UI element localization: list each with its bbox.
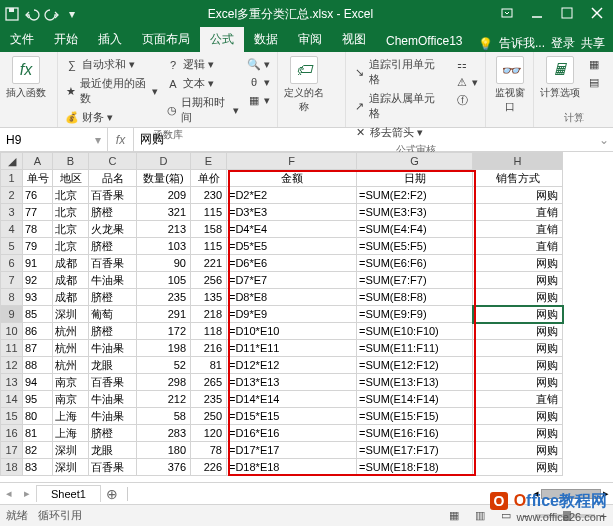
cell-E7[interactable]: 256 [191,272,227,289]
cell-E18[interactable]: 226 [191,459,227,476]
formula-expand-icon[interactable]: ⌄ [595,128,613,151]
view-layout-icon[interactable]: ▥ [470,508,490,524]
cell-H3[interactable]: 直销 [473,204,563,221]
cell-A9[interactable]: 85 [23,306,53,323]
cell-D18[interactable]: 376 [137,459,191,476]
cell-B17[interactable]: 深圳 [53,442,89,459]
cell-H15[interactable]: 网购 [473,408,563,425]
cell-H14[interactable]: 直销 [473,391,563,408]
header-cell-B[interactable]: 地区 [53,170,89,187]
cell-F6[interactable]: =D6*E6 [227,255,357,272]
zoom-slider[interactable] [535,514,595,518]
show-formulas-button[interactable]: ⚏ [452,56,481,72]
recent-functions-button[interactable]: ★最近使用的函数▾ [62,75,161,107]
col-header-E[interactable]: E [191,153,227,170]
cell-D3[interactable]: 321 [137,204,191,221]
cell-G16[interactable]: =SUM(E16:F16) [357,425,473,442]
cell-E4[interactable]: 158 [191,221,227,238]
more-fn-button[interactable]: ▦▾ [244,92,273,108]
cell-A15[interactable]: 80 [23,408,53,425]
cell-G9[interactable]: =SUM(E9:F9) [357,306,473,323]
tab-review[interactable]: 审阅 [288,27,332,52]
cell-C18[interactable]: 百香果 [89,459,137,476]
cell-E14[interactable]: 235 [191,391,227,408]
row-header-13[interactable]: 13 [1,374,23,391]
col-header-B[interactable]: B [53,153,89,170]
row-header-7[interactable]: 7 [1,272,23,289]
cell-H2[interactable]: 网购 [473,187,563,204]
header-cell-H[interactable]: 销售方式 [473,170,563,187]
cell-H4[interactable]: 直销 [473,221,563,238]
cell-F7[interactable]: =D7*E7 [227,272,357,289]
cell-E12[interactable]: 81 [191,357,227,374]
tab-formulas[interactable]: 公式 [200,27,244,52]
header-cell-C[interactable]: 品名 [89,170,137,187]
cell-C12[interactable]: 龙眼 [89,357,137,374]
qat-dropdown-icon[interactable]: ▾ [64,6,80,22]
cell-C8[interactable]: 脐橙 [89,289,137,306]
tab-file[interactable]: 文件 [0,27,44,52]
row-header-12[interactable]: 12 [1,357,23,374]
cell-E5[interactable]: 115 [191,238,227,255]
cell-F10[interactable]: =D10*E10 [227,323,357,340]
cell-E6[interactable]: 221 [191,255,227,272]
name-box-dropdown-icon[interactable]: ▾ [95,133,101,147]
cell-C16[interactable]: 脐橙 [89,425,137,442]
tab-view[interactable]: 视图 [332,27,376,52]
cell-G2[interactable]: =SUM(E2:F2) [357,187,473,204]
view-normal-icon[interactable]: ▦ [444,508,464,524]
cell-C7[interactable]: 牛油果 [89,272,137,289]
cell-B3[interactable]: 北京 [53,204,89,221]
cell-C17[interactable]: 龙眼 [89,442,137,459]
cell-F15[interactable]: =D15*E15 [227,408,357,425]
cell-B10[interactable]: 杭州 [53,323,89,340]
cell-B14[interactable]: 南京 [53,391,89,408]
cell-H10[interactable]: 网购 [473,323,563,340]
cell-E13[interactable]: 265 [191,374,227,391]
cell-H13[interactable]: 网购 [473,374,563,391]
tab-tellme[interactable]: 告诉我... [499,35,545,52]
cell-D9[interactable]: 291 [137,306,191,323]
cell-D5[interactable]: 103 [137,238,191,255]
cell-G7[interactable]: =SUM(E7:F7) [357,272,473,289]
cell-D7[interactable]: 105 [137,272,191,289]
cell-B18[interactable]: 深圳 [53,459,89,476]
math-button[interactable]: θ▾ [244,74,273,90]
cell-A16[interactable]: 81 [23,425,53,442]
cell-G6[interactable]: =SUM(E6:F6) [357,255,473,272]
cell-H5[interactable]: 直销 [473,238,563,255]
row-header-9[interactable]: 9 [1,306,23,323]
select-all-cell[interactable]: ◢ [1,153,23,170]
cell-B15[interactable]: 上海 [53,408,89,425]
cell-A18[interactable]: 83 [23,459,53,476]
zoom-in-button[interactable]: + [601,510,607,522]
fx-button[interactable]: fx [108,128,134,151]
cell-E15[interactable]: 250 [191,408,227,425]
cell-H11[interactable]: 网购 [473,340,563,357]
row-header-17[interactable]: 17 [1,442,23,459]
cell-E2[interactable]: 230 [191,187,227,204]
cell-C9[interactable]: 葡萄 [89,306,137,323]
add-sheet-button[interactable]: ⊕ [101,486,123,502]
cell-C4[interactable]: 火龙果 [89,221,137,238]
scroll-left-icon[interactable]: ◂ [533,487,539,500]
error-check-button[interactable]: ⚠▾ [452,74,481,90]
cell-H7[interactable]: 网购 [473,272,563,289]
cell-B9[interactable]: 深圳 [53,306,89,323]
col-header-F[interactable]: F [227,153,357,170]
cell-B11[interactable]: 杭州 [53,340,89,357]
formula-input[interactable]: 网购 [134,128,595,151]
cell-F9[interactable]: =D9*E9 [227,306,357,323]
cell-C15[interactable]: 牛油果 [89,408,137,425]
calc-sheet-button[interactable]: ▤ [584,74,604,90]
cell-E8[interactable]: 135 [191,289,227,306]
sheet-nav-prev-icon[interactable]: ◂ [0,487,18,500]
cell-B2[interactable]: 北京 [53,187,89,204]
cell-D2[interactable]: 209 [137,187,191,204]
cell-A11[interactable]: 87 [23,340,53,357]
row-header-4[interactable]: 4 [1,221,23,238]
cell-G13[interactable]: =SUM(E13:F13) [357,374,473,391]
row-header-16[interactable]: 16 [1,425,23,442]
cell-A10[interactable]: 86 [23,323,53,340]
cell-H12[interactable]: 网购 [473,357,563,374]
